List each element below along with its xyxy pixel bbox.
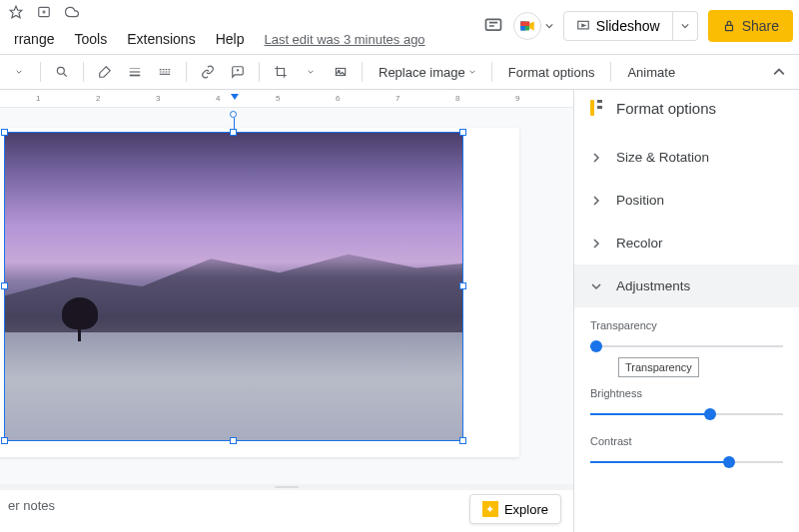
replace-image-label: Replace image <box>379 65 465 80</box>
ruler-mark: 3 <box>156 94 160 103</box>
link-icon[interactable] <box>195 59 221 85</box>
ruler-indicator-icon <box>231 90 239 104</box>
collapse-toolbar-icon[interactable] <box>773 66 785 78</box>
slide-canvas[interactable] <box>0 108 573 484</box>
svg-rect-6 <box>520 22 529 27</box>
slider-thumb[interactable] <box>723 456 735 468</box>
panel-title: Format options <box>616 100 716 117</box>
chevron-down-icon <box>681 22 689 30</box>
new-slide-dropdown-icon[interactable] <box>6 59 32 85</box>
reset-image-icon[interactable] <box>328 59 354 85</box>
mask-dropdown-icon[interactable] <box>298 59 324 85</box>
comment-icon[interactable] <box>483 16 503 36</box>
resize-handle-tl[interactable] <box>1 129 8 136</box>
header-right-controls: Slideshow Share <box>483 10 793 42</box>
chevron-down-icon <box>590 280 602 292</box>
contrast-slider[interactable] <box>590 453 783 471</box>
ruler-mark: 9 <box>515 94 519 103</box>
section-recolor[interactable]: Recolor <box>574 222 799 265</box>
ruler-mark: 7 <box>396 94 400 103</box>
image-content <box>5 133 462 440</box>
border-weight-icon[interactable] <box>122 59 148 85</box>
explore-icon: ✦ <box>482 501 498 517</box>
section-label: Recolor <box>616 236 663 251</box>
ruler-mark: 4 <box>216 94 220 103</box>
rotation-handle[interactable] <box>230 111 237 118</box>
crop-icon[interactable] <box>268 59 294 85</box>
format-options-panel: Format options Size & Rotation Position … <box>573 90 799 532</box>
toolbar-separator <box>491 62 492 82</box>
menu-tools[interactable]: Tools <box>66 27 115 51</box>
contrast-label: Contrast <box>590 435 783 447</box>
ruler-mark: 6 <box>336 94 340 103</box>
border-color-icon[interactable] <box>92 59 118 85</box>
resize-handle-br[interactable] <box>459 437 466 444</box>
cloud-icon[interactable] <box>64 4 80 20</box>
svg-point-10 <box>57 67 64 74</box>
menu-arrange[interactable]: rrange <box>6 27 62 51</box>
border-dash-icon[interactable] <box>152 59 178 85</box>
section-label: Position <box>616 193 664 208</box>
svg-rect-13 <box>590 100 594 116</box>
chevron-down-icon <box>469 69 475 75</box>
slide[interactable] <box>0 128 519 457</box>
last-edit-link[interactable]: Last edit was 3 minutes ago <box>264 32 424 47</box>
section-label: Adjustments <box>616 278 690 293</box>
format-options-icon <box>588 98 604 118</box>
svg-rect-2 <box>485 19 500 30</box>
brightness-slider[interactable] <box>590 405 783 423</box>
star-icon[interactable] <box>8 4 24 20</box>
present-icon <box>576 19 590 33</box>
toolbar-separator <box>40 62 41 82</box>
explore-button[interactable]: ✦ Explore <box>469 494 561 524</box>
resize-handle-mr[interactable] <box>459 282 466 289</box>
animate-button[interactable]: Animate <box>619 61 683 84</box>
chevron-right-icon <box>590 152 602 164</box>
zoom-icon[interactable] <box>49 59 75 85</box>
transparency-label: Transparency <box>590 319 783 331</box>
toolbar: Replace image Format options Animate <box>0 54 799 90</box>
slider-thumb[interactable] <box>704 408 716 420</box>
menu-extensions[interactable]: Extensions <box>119 27 203 51</box>
selected-image[interactable] <box>4 132 463 441</box>
resize-handle-bm[interactable] <box>230 437 237 444</box>
resize-handle-tr[interactable] <box>459 129 466 136</box>
explore-label: Explore <box>504 502 548 517</box>
brightness-label: Brightness <box>590 387 783 399</box>
lock-icon <box>722 19 736 33</box>
toolbar-separator <box>186 62 187 82</box>
chevron-right-icon <box>590 195 602 207</box>
meet-icon[interactable] <box>513 12 541 40</box>
replace-image-button[interactable]: Replace image <box>371 61 483 84</box>
share-button[interactable]: Share <box>708 10 793 42</box>
comment-icon[interactable] <box>225 59 251 85</box>
slider-fill <box>590 461 729 463</box>
slider-tooltip: Transparency <box>618 357 699 377</box>
slideshow-button[interactable]: Slideshow <box>563 11 673 41</box>
panel-header: Format options <box>574 90 799 126</box>
meet-dropdown-icon[interactable] <box>545 22 553 30</box>
menu-help[interactable]: Help <box>208 27 253 51</box>
svg-rect-9 <box>725 25 732 30</box>
section-position[interactable]: Position <box>574 179 799 222</box>
transparency-slider[interactable]: Transparency <box>590 337 783 355</box>
resize-handle-ml[interactable] <box>1 282 8 289</box>
format-options-button[interactable]: Format options <box>500 61 603 84</box>
toolbar-separator <box>610 62 611 82</box>
ruler-mark: 2 <box>96 94 100 103</box>
adjustments-content: Transparency Transparency Brightness Con… <box>574 307 799 483</box>
resize-handle-bl[interactable] <box>1 437 8 444</box>
section-size-rotation[interactable]: Size & Rotation <box>574 136 799 179</box>
horizontal-ruler[interactable]: 1 2 3 4 5 6 7 8 9 <box>0 90 573 108</box>
ruler-mark: 5 <box>276 94 280 103</box>
toolbar-separator <box>259 62 260 82</box>
add-shortcut-icon[interactable] <box>36 4 52 20</box>
chevron-right-icon <box>590 238 602 250</box>
slideshow-dropdown[interactable] <box>673 11 698 41</box>
resize-handle-tm[interactable] <box>230 129 237 136</box>
slider-fill <box>590 413 710 415</box>
slider-thumb[interactable] <box>590 340 602 352</box>
ruler-mark: 1 <box>36 94 40 103</box>
svg-rect-14 <box>597 100 602 103</box>
section-adjustments[interactable]: Adjustments <box>574 265 799 307</box>
